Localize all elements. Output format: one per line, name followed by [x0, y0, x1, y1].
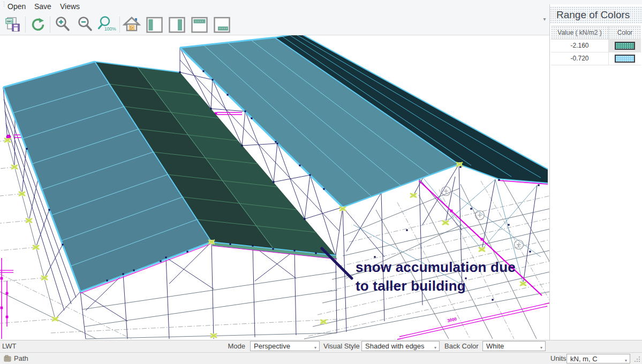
svg-text:100%: 100%: [104, 26, 116, 32]
back-color-value: White: [486, 342, 504, 350]
range-of-colors-panel: Range of Colors Value ( kN/m2 ) Color -2…: [549, 4, 642, 348]
toolbar-overflow-icon[interactable]: ▾: [540, 15, 549, 24]
refresh-icon: [29, 16, 47, 33]
menu-open[interactable]: Open: [7, 2, 26, 11]
visual-style-label: Visual Style: [323, 342, 360, 350]
zoom-in-icon: [54, 16, 72, 34]
menu-views[interactable]: Views: [60, 2, 80, 11]
annotation: snow accumulation due to taller building: [322, 248, 516, 294]
model-3d-scene: 3000: [0, 35, 549, 340]
annotation-text-line2: to taller building: [356, 278, 466, 294]
elevation-left-icon: [146, 16, 163, 34]
status-bar: Path Units kN, m, C ▾: [0, 352, 642, 364]
legend-row[interactable]: -2.160: [551, 40, 641, 52]
chevron-down-icon: ▾: [540, 343, 542, 352]
mode-value: Perspective: [254, 342, 290, 350]
visual-style-value: Shaded with edges: [365, 342, 425, 350]
elevation-left-view-button[interactable]: [145, 15, 164, 34]
zoom-in-button[interactable]: [53, 15, 72, 34]
chevron-down-icon: ▾: [434, 343, 436, 352]
home-view-button[interactable]: [122, 15, 141, 34]
toolbar-grip-icon[interactable]: ⋮: [1, 2, 4, 12]
legend-header-row: Value ( kN/m2 ) Color: [551, 26, 641, 40]
panel-title: Range of Colors: [550, 6, 642, 24]
back-color-dropdown[interactable]: White ▾: [482, 341, 546, 351]
refresh-button[interactable]: [28, 15, 48, 34]
zoom-out-icon: [76, 16, 94, 34]
model-viewport[interactable]: 3000: [0, 35, 549, 340]
save-image-icon: IMG: [4, 16, 21, 33]
toolbar: IMG 100%: [0, 14, 642, 35]
zoom-100-button[interactable]: 100%: [97, 15, 116, 34]
home-icon: [123, 16, 141, 34]
chevron-down-icon: ▾: [625, 356, 627, 364]
plan-top-icon: [191, 16, 208, 34]
legend-table: Value ( kN/m2 ) Color -2.160-0.720: [551, 26, 641, 65]
elevation-right-icon: [168, 16, 186, 34]
mode-dropdown[interactable]: Perspective ▾: [250, 341, 320, 351]
legend-value: -2.160: [551, 40, 609, 52]
path-icon: [4, 355, 11, 362]
units-label: Units: [550, 354, 567, 362]
resize-grip-icon[interactable]: [634, 356, 640, 362]
units-value: kN, m, C: [570, 355, 598, 363]
save-image-button[interactable]: IMG: [3, 15, 22, 34]
plan-top-view-button[interactable]: [190, 15, 209, 34]
legend-color-swatch[interactable]: [615, 55, 635, 63]
legend-col-value: Value ( kN/m2 ): [551, 26, 609, 39]
menu-bar: ⋮ Open Save Views: [0, 0, 642, 14]
legend-row[interactable]: -0.720: [551, 52, 641, 65]
mode-label: Mode: [200, 342, 245, 350]
plan-bottom-icon: [213, 16, 231, 34]
legend-value: -0.720: [551, 52, 609, 65]
svg-text:IMG: IMG: [7, 20, 13, 23]
annotation-leader-line: [322, 248, 352, 278]
legend-col-color: Color: [609, 26, 641, 39]
legend-color-swatch[interactable]: [615, 42, 635, 50]
legend-color-cell: [609, 40, 641, 52]
legend-color-cell: [609, 52, 641, 65]
zoom-100-icon: 100%: [97, 15, 116, 34]
visual-style-dropdown[interactable]: Shaded with edges ▾: [361, 341, 440, 351]
path-label: Path: [14, 354, 28, 362]
zoom-out-button[interactable]: [75, 15, 95, 34]
back-color-label: Back Color: [444, 342, 479, 350]
menu-save[interactable]: Save: [34, 2, 51, 11]
units-dropdown[interactable]: kN, m, C ▾: [567, 354, 630, 363]
mode-bar: LWT Mode Perspective ▾ Visual Style Shad…: [0, 340, 642, 352]
plan-bottom-view-button[interactable]: [212, 15, 231, 34]
lwt-label: LWT: [2, 342, 16, 350]
elevation-right-view-button[interactable]: [167, 15, 186, 34]
annotation-text-line1: snow accumulation due: [356, 259, 516, 275]
dimension-label: 3000: [447, 316, 458, 323]
chevron-down-icon: ▾: [314, 343, 316, 352]
